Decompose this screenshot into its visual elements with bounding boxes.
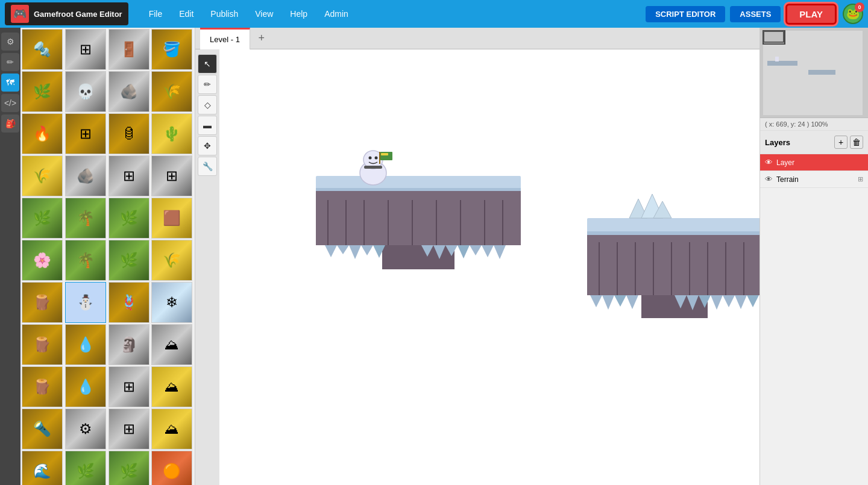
asset-item[interactable]: 🗿 bbox=[108, 324, 149, 365]
menu-edit[interactable]: Edit bbox=[171, 0, 202, 28]
layer-eye-icon[interactable]: 👁 bbox=[765, 158, 773, 167]
fill-tool-button[interactable]: ▬ bbox=[198, 116, 217, 135]
avatar[interactable]: 🐸 0 bbox=[843, 4, 863, 24]
asset-item[interactable]: 🌿 bbox=[22, 198, 63, 239]
asset-item[interactable]: ⊞ bbox=[65, 113, 106, 154]
layer-item-terrain[interactable]: 👁 Terrain ⊞ bbox=[760, 171, 868, 188]
asset-item[interactable]: 🪵 bbox=[22, 282, 63, 323]
asset-item[interactable]: 🚪 bbox=[108, 29, 149, 70]
tabs-bar: Level - 1 + bbox=[195, 28, 760, 49]
assets-button[interactable]: ASSETS bbox=[730, 6, 781, 22]
layer-item-layer[interactable]: 👁 Layer bbox=[760, 154, 868, 171]
asset-sprite: 🪵 bbox=[22, 367, 62, 407]
tab-add-button[interactable]: + bbox=[253, 30, 271, 48]
asset-item[interactable]: 🌸 bbox=[22, 240, 63, 281]
navbar: 🎮 Gamefroot Game Editor File Edit Publis… bbox=[0, 0, 868, 28]
asset-item[interactable]: 🌿 bbox=[22, 71, 63, 112]
asset-item[interactable]: 🌿 bbox=[108, 240, 149, 281]
asset-item[interactable]: 🌾 bbox=[22, 155, 63, 196]
platform-left bbox=[316, 176, 521, 269]
left-icon-bar: ⚙ ✏ 🗺 </> 🎒 bbox=[0, 28, 20, 485]
asset-item[interactable]: ⛰ bbox=[151, 408, 192, 449]
menu-file[interactable]: File bbox=[140, 0, 171, 28]
asset-sprite: 🪨 bbox=[66, 156, 105, 196]
asset-item[interactable]: 🌴 bbox=[65, 198, 106, 239]
asset-item[interactable]: 🟫 bbox=[151, 198, 192, 239]
asset-item[interactable]: 🔩 bbox=[22, 29, 63, 70]
svg-marker-13 bbox=[325, 245, 337, 257]
asset-item[interactable]: ⛰ bbox=[151, 324, 192, 365]
add-layer-button[interactable]: + bbox=[834, 136, 848, 149]
asset-item[interactable]: 🪣 bbox=[151, 29, 192, 70]
layer-eye-icon2[interactable]: 👁 bbox=[765, 175, 773, 184]
play-button[interactable]: PLAY bbox=[785, 4, 837, 25]
asset-item[interactable]: 🪢 bbox=[108, 282, 149, 323]
asset-item[interactable]: 🌿 bbox=[108, 451, 149, 485]
asset-sprite: 🪵 bbox=[22, 283, 62, 322]
asset-item[interactable]: 🌾 bbox=[151, 71, 192, 112]
main-layout: ⚙ ✏ 🗺 </> 🎒 🔩 ⊞ 🚪 🪣 🌿 💀 🪨 🌾 🔥 ⊞ 🛢 🌵 🌾 🪨 … bbox=[0, 28, 868, 485]
asset-sprite: 🌾 bbox=[152, 72, 192, 111]
menu-admin[interactable]: Admin bbox=[316, 0, 357, 28]
asset-item[interactable]: ⊞ bbox=[108, 155, 149, 196]
code-icon-btn[interactable]: </> bbox=[1, 94, 19, 112]
asset-sprite: ⛰ bbox=[152, 325, 192, 365]
asset-item[interactable]: ⊞ bbox=[65, 29, 106, 70]
asset-item[interactable]: 🪵 bbox=[22, 366, 63, 407]
asset-item[interactable]: 💀 bbox=[65, 71, 106, 112]
asset-item[interactable]: 🌾 bbox=[151, 240, 192, 281]
ice-spikes bbox=[629, 194, 671, 218]
asset-item[interactable]: 🌿 bbox=[108, 198, 149, 239]
coords-text: ( x: 669, y: 24 ) 100% bbox=[765, 120, 828, 128]
eraser-tool-button[interactable]: ◇ bbox=[198, 95, 217, 114]
asset-sprite: 🪣 bbox=[152, 30, 192, 69]
menu-view[interactable]: View bbox=[247, 0, 281, 28]
asset-sprite: 🛢 bbox=[109, 114, 149, 154]
wrench-tool-button[interactable]: 🔧 bbox=[198, 157, 217, 176]
asset-item[interactable]: ⊞ bbox=[151, 155, 192, 196]
layer-grid-icon[interactable]: ⊞ bbox=[858, 175, 863, 183]
menu-help[interactable]: Help bbox=[281, 0, 316, 28]
asset-item[interactable]: 🟠 bbox=[151, 451, 192, 485]
bag-icon-btn[interactable]: 🎒 bbox=[1, 114, 19, 133]
asset-sprite: 🌵 bbox=[152, 114, 192, 154]
settings-icon-btn[interactable]: ⚙ bbox=[1, 33, 19, 51]
script-editor-button[interactable]: SCRIPT EDITOR bbox=[646, 6, 725, 22]
layer-icon-btn[interactable]: 🗺 bbox=[1, 74, 19, 92]
asset-item[interactable]: ❄ bbox=[151, 282, 192, 323]
select-tool-button[interactable]: ↖ bbox=[198, 54, 217, 74]
asset-item[interactable]: 💧 bbox=[65, 324, 106, 365]
asset-item[interactable]: 🌴 bbox=[65, 240, 106, 281]
asset-sprite: ⊞ bbox=[66, 114, 105, 154]
svg-rect-1 bbox=[316, 188, 521, 191]
asset-item[interactable]: 🌿 bbox=[65, 451, 106, 485]
svg-marker-47 bbox=[602, 295, 614, 310]
asset-sprite: 🔦 bbox=[22, 409, 62, 449]
asset-item[interactable]: 🔥 bbox=[22, 113, 63, 154]
asset-item[interactable]: 💧 bbox=[65, 366, 106, 407]
asset-item[interactable]: 🪵 bbox=[22, 324, 63, 365]
asset-item[interactable]: 🌊 bbox=[22, 451, 63, 485]
asset-item[interactable]: 🔦 bbox=[22, 408, 63, 449]
brush-icon-btn[interactable]: ✏ bbox=[1, 53, 19, 71]
move-tool-button[interactable]: ✥ bbox=[198, 136, 217, 155]
asset-item[interactable]: 🛢 bbox=[108, 113, 149, 154]
menu-publish[interactable]: Publish bbox=[202, 0, 247, 28]
pencil-tool-button[interactable]: ✏ bbox=[198, 75, 217, 94]
asset-item[interactable]: ⊞ bbox=[108, 408, 149, 449]
delete-layer-button[interactable]: 🗑 bbox=[850, 136, 863, 149]
asset-item[interactable]: 🪨 bbox=[108, 71, 149, 112]
asset-item[interactable]: ⚙ bbox=[65, 408, 106, 449]
tool-sidebar: ↖ ✏ ◇ ▬ ✥ 🔧 bbox=[195, 49, 219, 485]
tab-level1[interactable]: Level - 1 bbox=[200, 28, 250, 49]
asset-item[interactable]: 🪨 bbox=[65, 155, 106, 196]
asset-sprite: 💧 bbox=[66, 325, 105, 365]
asset-item[interactable]: ⛰ bbox=[151, 366, 192, 407]
asset-item[interactable]: 🌵 bbox=[151, 113, 192, 154]
asset-sprite: ⊞ bbox=[109, 409, 149, 449]
asset-item[interactable]: ⛄ bbox=[65, 282, 106, 323]
game-canvas[interactable] bbox=[219, 49, 760, 485]
layer-name-label: Layer bbox=[776, 158, 863, 167]
asset-item[interactable]: ⊞ bbox=[108, 366, 149, 407]
svg-marker-55 bbox=[735, 295, 747, 309]
